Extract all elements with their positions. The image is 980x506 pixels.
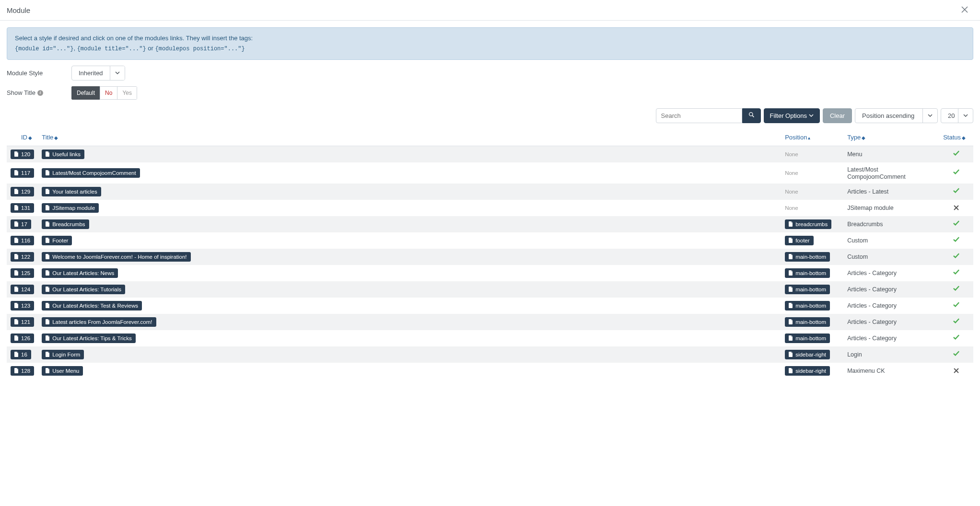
id-value: 120 bbox=[21, 151, 30, 157]
id-chip[interactable]: 116 bbox=[11, 236, 34, 245]
id-chip[interactable]: 122 bbox=[11, 252, 34, 262]
id-chip[interactable]: 129 bbox=[11, 187, 34, 196]
id-value: 17 bbox=[21, 221, 27, 227]
table-row: 17BreadcrumbsbreadcrumbsBreadcrumbs bbox=[7, 216, 973, 232]
id-chip[interactable]: 120 bbox=[11, 150, 34, 159]
title-chip[interactable]: Footer bbox=[42, 236, 72, 245]
id-chip[interactable]: 16 bbox=[11, 350, 31, 359]
col-header-id[interactable]: ID◆ bbox=[7, 129, 38, 146]
position-chip[interactable]: sidebar-right bbox=[785, 366, 830, 376]
title-value: Your latest articles bbox=[52, 189, 97, 195]
position-chip[interactable]: main-bottom bbox=[785, 252, 830, 262]
document-icon bbox=[46, 270, 50, 276]
title-value: Useful links bbox=[52, 151, 81, 157]
limit-value: 20 bbox=[941, 109, 958, 123]
close-button[interactable] bbox=[959, 5, 970, 15]
title-chip[interactable]: Our Latest Articles: News bbox=[42, 268, 118, 278]
position-none: None bbox=[785, 205, 798, 211]
check-icon bbox=[953, 334, 960, 341]
table-row: 117Latest/Most CompojoomCommentNoneLates… bbox=[7, 162, 973, 184]
sort-select[interactable]: Position ascending bbox=[855, 108, 938, 123]
check-icon bbox=[953, 301, 960, 308]
title-chip[interactable]: Our Latest Articles: Tutorials bbox=[42, 285, 125, 294]
title-chip[interactable]: JSitemap module bbox=[42, 203, 99, 213]
col-header-position[interactable]: Position▴ bbox=[781, 129, 843, 146]
position-chip[interactable]: main-bottom bbox=[785, 317, 830, 327]
check-icon bbox=[953, 168, 960, 175]
sort-icon: ◆ bbox=[862, 135, 865, 140]
id-chip[interactable]: 128 bbox=[11, 366, 34, 376]
show-title-no[interactable]: No bbox=[100, 86, 117, 100]
id-chip[interactable]: 117 bbox=[11, 168, 34, 178]
title-chip[interactable]: Welcome to JoomlaForever.com! - Home of … bbox=[42, 252, 190, 262]
position-chip[interactable]: footer bbox=[785, 236, 813, 245]
title-chip[interactable]: Latest articles From JoomlaForever.com! bbox=[42, 317, 156, 327]
position-chip[interactable]: main-bottom bbox=[785, 268, 830, 278]
alert-code-position: {modulepos position="..."} bbox=[155, 46, 245, 52]
module-style-label: Module Style bbox=[7, 69, 71, 77]
id-chip[interactable]: 123 bbox=[11, 301, 34, 310]
filter-options-button[interactable]: Filter Options bbox=[764, 108, 820, 123]
modal-title: Module bbox=[7, 6, 30, 14]
document-icon bbox=[46, 221, 50, 227]
id-chip[interactable]: 131 bbox=[11, 203, 34, 213]
show-title-default[interactable]: Default bbox=[71, 86, 100, 100]
title-value: User Menu bbox=[52, 368, 79, 374]
check-icon bbox=[953, 252, 960, 259]
document-icon bbox=[14, 352, 19, 357]
info-alert: Select a style if desired and click on o… bbox=[7, 27, 973, 60]
position-chip[interactable]: sidebar-right bbox=[785, 350, 830, 359]
id-chip[interactable]: 124 bbox=[11, 285, 34, 294]
col-header-type[interactable]: Type◆ bbox=[843, 129, 939, 146]
document-icon bbox=[46, 170, 50, 175]
status-unpublished bbox=[954, 367, 959, 375]
title-chip[interactable]: Login Form bbox=[42, 350, 84, 359]
check-icon bbox=[953, 317, 960, 324]
position-chip[interactable]: main-bottom bbox=[785, 334, 830, 343]
table-row: 122Welcome to JoomlaForever.com! - Home … bbox=[7, 249, 973, 265]
svg-point-0 bbox=[749, 113, 752, 116]
table-row: 125Our Latest Articles: Newsmain-bottomA… bbox=[7, 265, 973, 281]
position-value: main-bottom bbox=[795, 270, 826, 276]
id-chip[interactable]: 121 bbox=[11, 317, 34, 327]
status-cell bbox=[939, 265, 973, 281]
id-chip[interactable]: 17 bbox=[11, 219, 31, 229]
status-published bbox=[953, 285, 960, 293]
status-published bbox=[953, 350, 960, 358]
document-icon bbox=[14, 189, 19, 194]
title-chip[interactable]: Useful links bbox=[42, 150, 84, 159]
position-value: main-bottom bbox=[795, 335, 826, 341]
document-icon bbox=[14, 254, 19, 259]
clear-button[interactable]: Clear bbox=[823, 108, 852, 123]
document-icon bbox=[14, 170, 19, 175]
title-value: Our Latest Articles: Test & Reviews bbox=[52, 303, 138, 309]
position-chip[interactable]: main-bottom bbox=[785, 285, 830, 294]
id-value: 124 bbox=[21, 287, 30, 292]
module-style-select[interactable]: Inherited bbox=[71, 66, 125, 80]
title-chip[interactable]: Our Latest Articles: Test & Reviews bbox=[42, 301, 142, 310]
title-chip[interactable]: Your latest articles bbox=[42, 187, 101, 196]
position-chip[interactable]: breadcrumbs bbox=[785, 219, 831, 229]
status-cell bbox=[939, 184, 973, 200]
type-value: Menu bbox=[847, 151, 862, 158]
title-chip[interactable]: Our Latest Articles: Tips & Tricks bbox=[42, 334, 136, 343]
status-published bbox=[953, 220, 960, 228]
title-chip[interactable]: Latest/Most CompojoomComment bbox=[42, 168, 140, 178]
show-title-yes[interactable]: Yes bbox=[117, 86, 137, 100]
position-none: None bbox=[785, 151, 798, 157]
position-chip[interactable]: main-bottom bbox=[785, 301, 830, 310]
limit-select[interactable]: 20 bbox=[941, 108, 973, 123]
search-input[interactable] bbox=[656, 108, 742, 123]
title-chip[interactable]: User Menu bbox=[42, 366, 83, 376]
svg-line-1 bbox=[752, 116, 754, 117]
alert-code-id: {module id="..."} bbox=[15, 46, 73, 52]
document-icon bbox=[789, 270, 793, 276]
col-header-status[interactable]: Status◆ bbox=[939, 129, 973, 146]
col-header-title[interactable]: Title◆ bbox=[38, 129, 781, 146]
id-chip[interactable]: 126 bbox=[11, 334, 34, 343]
title-chip[interactable]: Breadcrumbs bbox=[42, 219, 89, 229]
id-chip[interactable]: 125 bbox=[11, 268, 34, 278]
search-button[interactable] bbox=[742, 108, 761, 123]
status-published bbox=[953, 150, 960, 158]
position-value: sidebar-right bbox=[795, 368, 826, 374]
